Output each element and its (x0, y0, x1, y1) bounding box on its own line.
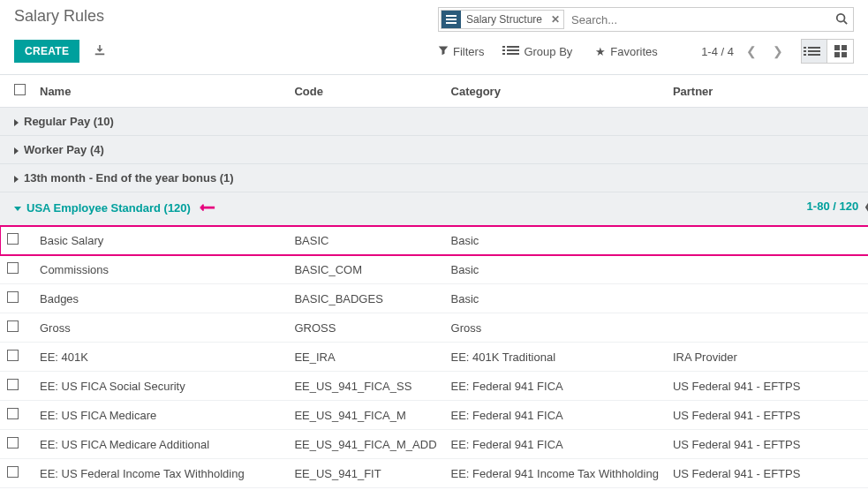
svg-rect-2 (95, 53, 105, 55)
row-checkbox[interactable] (7, 437, 19, 449)
kanban-view-button[interactable] (827, 39, 854, 64)
cell-code: EE_IRA (287, 343, 443, 372)
cell-partner (666, 226, 868, 255)
table-row[interactable]: GrossGROSSGross (0, 313, 868, 343)
cell-category: Basic (444, 255, 666, 284)
cell-partner: US Federal 941 - EFTPS (666, 430, 868, 459)
list-icon (507, 44, 519, 59)
cell-name: Commissions (33, 255, 287, 284)
cell-partner (666, 313, 868, 343)
group-label: USA Employee Standard (120) (26, 201, 191, 215)
pager-next-icon[interactable]: ❯ (769, 44, 787, 58)
svg-line-1 (844, 20, 848, 24)
group-row[interactable]: USA Employee Standard (120)🠔1-80 / 120❮❯ (0, 192, 868, 226)
cell-partner: US Federal 941 - EFTPS (666, 459, 868, 488)
filters-button[interactable]: Filters (438, 45, 484, 58)
cell-code: BASIC_BADGES (287, 284, 443, 313)
pager: 1-4 / 4 ❮ ❯ (701, 44, 787, 58)
cell-code: GROSS (287, 313, 443, 343)
search-icon[interactable] (835, 12, 848, 27)
filters-label: Filters (453, 45, 484, 58)
cell-partner: IRA Provider (666, 343, 868, 372)
annotation-arrow-icon: 🠔 (200, 200, 215, 217)
favorites-button[interactable]: ★ Favorites (595, 45, 657, 58)
favorites-label: Favorites (610, 45, 657, 58)
group-row[interactable]: 13th month - End of the year bonus (1) (0, 164, 868, 192)
row-checkbox[interactable] (7, 350, 19, 361)
group-pager-prev-icon[interactable]: ❮ (862, 200, 868, 213)
group-label: 13th month - End of the year bonus (1) (24, 171, 234, 185)
caret-down-icon (14, 207, 21, 211)
cell-name: EE: 401K (33, 343, 287, 372)
table-row[interactable]: EE: US FICA MedicareEE_US_941_FICA_MEE: … (0, 401, 868, 430)
pager-text: 1-4 / 4 (701, 45, 734, 58)
funnel-icon (438, 45, 449, 58)
list-view-button[interactable] (801, 39, 827, 64)
row-checkbox[interactable] (7, 233, 19, 245)
search-facet-label: Salary Structure (461, 13, 547, 26)
search-facet: Salary Structure ✕ (441, 10, 564, 29)
row-checkbox[interactable] (7, 379, 19, 390)
search-input[interactable] (564, 13, 835, 26)
table-row[interactable]: EE: US Federal Income Tax WithholdingEE_… (0, 459, 868, 488)
cell-category: EE: Federal 941 FICA (444, 372, 666, 401)
row-checkbox[interactable] (7, 466, 19, 478)
table-row[interactable]: EE: 401KEE_IRAEE: 401K TraditionalIRA Pr… (0, 343, 868, 372)
cell-category: EE: Federal 941 FICA (444, 430, 666, 459)
row-checkbox[interactable] (7, 408, 19, 419)
table-row[interactable]: BadgesBASIC_BADGESBasic (0, 284, 868, 313)
groupby-facet-icon (442, 11, 461, 28)
cell-code: EE_US_941_FIT (287, 459, 443, 488)
table-row[interactable]: EE: US FICA Social SecurityEE_US_941_FIC… (0, 372, 868, 401)
page-title: Salary Rules (14, 7, 438, 26)
row-checkbox[interactable] (7, 320, 19, 332)
cell-category: EE: 401K Traditional (444, 343, 666, 372)
cell-name: EE: US FICA Social Security (33, 372, 287, 401)
cell-category: EE: Federal 941 Income Tax Withholding (444, 459, 666, 488)
caret-right-icon (14, 119, 19, 126)
cell-partner (666, 284, 868, 313)
cell-code: BASIC_COM (287, 255, 443, 284)
cell-name: Badges (33, 284, 287, 313)
search-bar[interactable]: Salary Structure ✕ (438, 7, 854, 32)
table-row[interactable]: Basic SalaryBASICBasic (0, 226, 868, 255)
cell-category: Basic (444, 226, 666, 255)
cell-code: BASIC (287, 226, 443, 255)
table-row[interactable]: EE: US FICA Medicare AdditionalEE_US_941… (0, 430, 868, 459)
import-icon[interactable] (94, 44, 106, 59)
group-row[interactable]: Worker Pay (4) (0, 136, 868, 164)
pager-prev-icon[interactable]: ❮ (743, 44, 760, 58)
cell-category: Gross (444, 313, 666, 343)
checkbox-icon[interactable] (14, 84, 26, 95)
cell-code: EE_US_941_FICA_M (287, 401, 443, 430)
select-all-header[interactable] (0, 75, 33, 108)
cell-category: EE: Federal 941 FICA (444, 401, 666, 430)
cell-name: EE: US Federal Income Tax Withholding (33, 459, 287, 488)
group-row[interactable]: Regular Pay (10) (0, 108, 868, 136)
cell-category: Basic (444, 284, 666, 313)
caret-right-icon (14, 147, 19, 155)
group-pager-text: 1-80 / 120 (807, 200, 859, 213)
cell-partner: US Federal 941 - EFTPS (666, 372, 868, 401)
groupby-button[interactable]: Group By (507, 44, 572, 59)
column-header-partner[interactable]: Partner (666, 75, 868, 108)
group-label: Regular Pay (10) (24, 115, 114, 128)
cell-code: EE_US_941_FICA_SS (287, 372, 443, 401)
kanban-view-icon (834, 45, 847, 57)
table-row[interactable]: CommissionsBASIC_COMBasic (0, 255, 868, 284)
column-header-category[interactable]: Category (444, 75, 666, 108)
row-checkbox[interactable] (7, 291, 19, 303)
create-button[interactable]: CREATE (14, 40, 79, 63)
cell-name: Gross (33, 313, 287, 343)
star-icon: ★ (595, 45, 606, 58)
facet-remove-icon[interactable]: ✕ (547, 13, 563, 26)
group-label: Worker Pay (4) (24, 143, 104, 156)
row-checkbox[interactable] (7, 262, 19, 274)
group-pager: 1-80 / 120❮❯ (807, 200, 868, 213)
column-header-code[interactable]: Code (287, 75, 443, 108)
groupby-label: Group By (524, 45, 572, 58)
cell-partner: US Federal 941 - EFTPS (666, 401, 868, 430)
column-header-name[interactable]: Name (33, 75, 287, 108)
cell-code: EE_US_941_FICA_M_ADD (287, 430, 443, 459)
cell-name: EE: US FICA Medicare (33, 401, 287, 430)
